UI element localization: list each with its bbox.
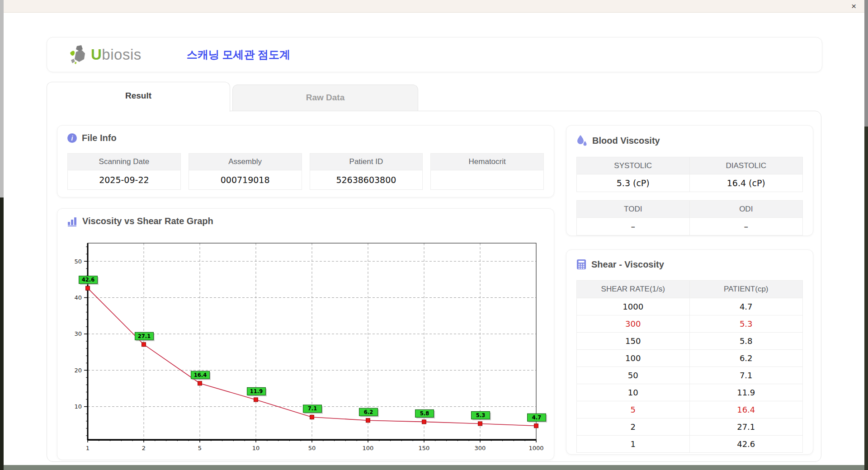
shear-rate-cell: 1 xyxy=(577,436,690,452)
svg-text:100: 100 xyxy=(363,445,374,451)
application-window: × Ubiosis 스캐닝 모세관 점도계 Result Raw Data xyxy=(0,0,868,470)
todi-header: TODI xyxy=(577,201,690,217)
brand-text: Ubiosis xyxy=(91,46,142,63)
svg-text:2: 2 xyxy=(142,445,146,451)
table-row: 3005.3 xyxy=(577,315,802,332)
ubiosis-logo: Ubiosis xyxy=(67,44,142,65)
svg-text:50: 50 xyxy=(308,445,316,451)
info-icon: i xyxy=(67,133,77,143)
shear-viscosity-card: Shear - Viscosity SHEAR RATE(1/s) PATIEN… xyxy=(566,249,813,455)
todi-odi-table: TODI ODI – – xyxy=(576,200,803,235)
tab-raw-data[interactable]: Raw Data xyxy=(232,85,418,111)
shear-rate-cell: 300 xyxy=(577,315,690,332)
table-row: 507.1 xyxy=(577,367,802,384)
table-row: 1505.8 xyxy=(577,332,802,349)
field-label: Scanning Date xyxy=(68,154,180,170)
diastolic-value: 16.4 (cP) xyxy=(690,174,803,192)
file-info-title: File Info xyxy=(82,133,117,143)
shear-rate-cell: 5 xyxy=(577,401,690,418)
shear-rate-cell: 1000 xyxy=(577,298,690,315)
svg-text:50: 50 xyxy=(74,258,82,265)
result-panel: i File Info Scanning Date 2025-09-22 Ass… xyxy=(47,111,821,462)
viscosity-shear-chart: 10203040501251050100150300100042.627.116… xyxy=(57,209,553,459)
table-row: 516.4 xyxy=(577,401,802,418)
table-row: 227.1 xyxy=(577,418,802,435)
shear-viscosity-table: SHEAR RATE(1/s) PATIENT(cp) 10004.7 3005… xyxy=(576,280,803,453)
svg-text:6.2: 6.2 xyxy=(364,409,373,415)
field-scanning-date: Scanning Date 2025-09-22 xyxy=(67,153,181,190)
patient-cell: 16.4 xyxy=(690,401,803,418)
svg-text:42.6: 42.6 xyxy=(82,277,94,283)
diastolic-header: DIASTOLIC xyxy=(690,157,803,174)
table-row: 1006.2 xyxy=(577,349,802,367)
graph-title: Viscosity vs Shear Rate Graph xyxy=(82,216,213,226)
close-button[interactable]: × xyxy=(851,0,856,12)
todi-value: – xyxy=(577,217,690,235)
systolic-diastolic-table: SYSTOLIC DIASTOLIC 5.3 (cP) 16.4 (cP) xyxy=(576,157,803,192)
patient-cell: 7.1 xyxy=(690,367,803,384)
shear-rate-cell: 10 xyxy=(577,384,690,401)
background-window-edge xyxy=(0,0,4,197)
field-value xyxy=(431,170,543,189)
svg-text:30: 30 xyxy=(74,330,82,337)
brand-u: U xyxy=(91,46,102,63)
field-value: 52638603800 xyxy=(310,170,423,189)
svg-text:4.7: 4.7 xyxy=(532,414,541,421)
brand-rest: biosis xyxy=(102,46,141,63)
field-label: Patient ID xyxy=(310,154,423,170)
shear-rate-column-header: SHEAR RATE(1/s) xyxy=(577,281,690,298)
svg-text:7.1: 7.1 xyxy=(308,405,317,412)
droplet-icon xyxy=(576,135,587,146)
field-hematocrit: Hematocrit xyxy=(430,153,544,190)
systolic-value: 5.3 (cP) xyxy=(577,174,690,192)
svg-text:20: 20 xyxy=(74,367,82,374)
svg-text:5.8: 5.8 xyxy=(420,410,429,417)
patient-cell: 6.2 xyxy=(690,350,803,367)
calculator-icon xyxy=(576,259,586,270)
odi-header: ODI xyxy=(690,201,803,217)
blood-viscosity-title: Blood Viscosity xyxy=(592,136,660,146)
patient-cell: 27.1 xyxy=(690,418,803,435)
tab-result[interactable]: Result xyxy=(47,82,230,112)
patient-column-header: PATIENT(cp) xyxy=(690,281,803,298)
background-window-edge xyxy=(864,0,868,127)
app-header: Ubiosis 스캐닝 모세관 점도계 xyxy=(47,37,822,72)
odi-value: – xyxy=(690,217,803,235)
table-row: 142.6 xyxy=(577,435,802,452)
patient-cell: 5.3 xyxy=(690,315,803,332)
svg-text:11.9: 11.9 xyxy=(250,388,263,395)
table-row: 10004.7 xyxy=(577,298,802,315)
leaf-logo-icon xyxy=(67,44,88,65)
svg-text:27.1: 27.1 xyxy=(138,333,151,339)
background-window-edge xyxy=(4,465,864,470)
patient-cell: 5.8 xyxy=(690,333,803,349)
blood-viscosity-card: Blood Viscosity SYSTOLIC DIASTOLIC 5.3 (… xyxy=(566,125,813,236)
background-window-edge xyxy=(864,127,868,470)
viscosity-graph-card: 10203040501251050100150300100042.627.116… xyxy=(57,208,554,460)
svg-text:10: 10 xyxy=(74,403,82,410)
background-window-edge xyxy=(0,197,4,470)
page-title: 스캐닝 모세관 점도계 xyxy=(187,47,290,62)
shear-rate-cell: 150 xyxy=(577,333,690,349)
patient-cell: 42.6 xyxy=(690,436,803,452)
file-info-card: i File Info Scanning Date 2025-09-22 Ass… xyxy=(57,125,554,197)
shear-rate-cell: 50 xyxy=(577,367,690,384)
field-patient-id: Patient ID 52638603800 xyxy=(310,153,423,190)
svg-text:16.4: 16.4 xyxy=(194,372,207,378)
svg-text:1000: 1000 xyxy=(528,445,543,451)
field-label: Assembly xyxy=(189,154,302,170)
file-info-fields: Scanning Date 2025-09-22 Assembly 000719… xyxy=(67,153,544,190)
svg-text:1: 1 xyxy=(86,445,90,451)
window-titlebar: × xyxy=(4,0,864,13)
table-header-row: SHEAR RATE(1/s) PATIENT(cp) xyxy=(577,281,802,298)
svg-text:5.3: 5.3 xyxy=(476,412,485,418)
field-label: Hematocrit xyxy=(431,154,543,170)
field-value: 000719018 xyxy=(189,170,302,189)
field-assembly: Assembly 000719018 xyxy=(189,153,302,190)
bar-chart-icon xyxy=(67,216,77,226)
table-row: 1011.9 xyxy=(577,384,802,401)
svg-text:300: 300 xyxy=(475,445,486,451)
patient-cell: 4.7 xyxy=(690,298,803,315)
shear-rate-cell: 100 xyxy=(577,350,690,367)
svg-text:10: 10 xyxy=(252,445,260,451)
